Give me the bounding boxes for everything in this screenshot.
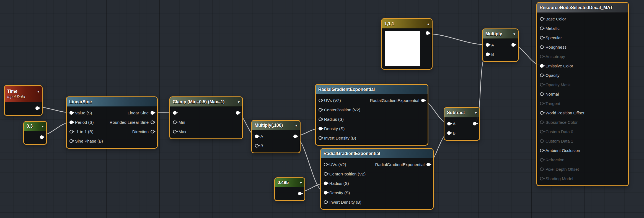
- chevron-down-icon[interactable]: ▾: [295, 123, 297, 128]
- node-subtitle: Input Data: [7, 94, 39, 99]
- node-header[interactable]: Time ▾ Input Data: [5, 86, 42, 102]
- pin-label: Custom Data 1: [545, 139, 573, 143]
- multiply-output-pin[interactable]: [293, 135, 297, 138]
- opacity-input-pin[interactable]: [540, 73, 544, 77]
- node-title: ResourceNodeSelectedDecal_MAT: [540, 5, 613, 10]
- node-constant-111[interactable]: 1,1,1 ▴: [381, 18, 433, 70]
- a-input-pin[interactable]: [255, 135, 258, 138]
- node-constant-0-495[interactable]: 0.495 ▾: [274, 177, 305, 201]
- roughness-input-pin[interactable]: [540, 45, 544, 49]
- node-header[interactable]: Subtract ▾: [444, 108, 479, 117]
- color-preview-swatch[interactable]: [385, 31, 420, 66]
- b-input-pin[interactable]: [255, 144, 258, 148]
- linear-sine-output-pin[interactable]: [151, 111, 154, 115]
- max-input-pin[interactable]: [173, 130, 177, 133]
- chevron-down-icon[interactable]: ▾: [37, 89, 39, 94]
- b-input-pin[interactable]: [486, 52, 489, 56]
- node-multiply-100[interactable]: Multiply(,100) ▾ A B: [251, 120, 301, 153]
- time-output-pin[interactable]: [35, 106, 39, 110]
- constant-output-pin[interactable]: [40, 135, 43, 139]
- radius-input-pin[interactable]: [319, 117, 322, 121]
- value-input-pin[interactable]: [69, 111, 73, 115]
- constant-output-pin[interactable]: [298, 192, 302, 195]
- node-header[interactable]: ResourceNodeSelectedDecal_MAT: [537, 3, 628, 13]
- a-input-pin[interactable]: [447, 122, 451, 125]
- node-header[interactable]: 0.3 ▾: [24, 122, 46, 131]
- pin-row: B: [483, 49, 518, 59]
- pin-label: Opacity Mask: [545, 82, 571, 87]
- node-title: RadialGradientExponential: [324, 151, 380, 156]
- graph-canvas[interactable]: Time ▾ Input Data 0.3 ▾ LinearSine: [0, 0, 644, 218]
- node-header[interactable]: RadialGradientExponential: [321, 149, 433, 158]
- chevron-down-icon[interactable]: ▾: [475, 111, 477, 115]
- chevron-down-icon[interactable]: ▾: [513, 32, 515, 36]
- invert-density-input-pin[interactable]: [319, 136, 322, 140]
- node-header[interactable]: Multiply(,100) ▾: [252, 121, 300, 130]
- sine-phase-input-pin[interactable]: [69, 139, 73, 143]
- constant-output-pin[interactable]: [426, 31, 429, 35]
- min-input-pin[interactable]: [173, 120, 177, 124]
- node-constant-0-3[interactable]: 0.3 ▾: [23, 121, 47, 145]
- minus1-to-1-input-pin[interactable]: [69, 130, 73, 133]
- chevron-down-icon[interactable]: ▾: [238, 100, 240, 104]
- normal-input-pin[interactable]: [540, 92, 544, 96]
- a-input-pin[interactable]: [486, 43, 489, 47]
- pin-label: World Position Offset: [545, 111, 584, 115]
- chevron-up-icon[interactable]: ▴: [427, 22, 429, 26]
- node-header[interactable]: Multiply ▾: [483, 29, 518, 39]
- pin-label: Normal: [545, 92, 559, 96]
- node-clamp[interactable]: Clamp (Min=0.5) (Max=1) ▾ Min Max: [169, 96, 243, 139]
- pin-row: Custom Data 0: [537, 127, 628, 136]
- chevron-down-icon[interactable]: ▾: [42, 124, 44, 128]
- b-input-pin[interactable]: [447, 131, 451, 135]
- emissive-color-input-pin[interactable]: [540, 64, 544, 68]
- pin-label: Sine Phase (B): [75, 139, 103, 143]
- world-position-offset-input-pin[interactable]: [540, 111, 544, 115]
- base-color-input-pin[interactable]: [540, 17, 544, 21]
- density-input-pin[interactable]: [324, 191, 327, 195]
- node-radial-gradient-top[interactable]: RadialGradientExponential UVs (V2) Radia…: [315, 84, 428, 146]
- pin-row: Min: [170, 117, 242, 127]
- node-radial-gradient-bottom[interactable]: RadialGradientExponential UVs (V2) Radia…: [320, 148, 434, 210]
- invert-density-input-pin[interactable]: [324, 200, 327, 204]
- custom-data-0-input-pin: [540, 130, 544, 133]
- density-input-pin[interactable]: [319, 127, 322, 130]
- node-subtract[interactable]: Subtract ▾ A B: [444, 107, 480, 141]
- center-position-input-pin[interactable]: [324, 172, 327, 176]
- uvs-input-pin[interactable]: [319, 99, 322, 102]
- node-multiply[interactable]: Multiply ▾ A B: [482, 28, 519, 62]
- ambient-occlusion-input-pin[interactable]: [540, 149, 544, 152]
- center-position-input-pin[interactable]: [319, 108, 322, 112]
- pin-label: A: [260, 134, 263, 139]
- node-header[interactable]: LinearSine: [67, 97, 157, 107]
- uvs-input-pin[interactable]: [324, 163, 327, 166]
- pin-row: B: [444, 128, 479, 138]
- metallic-input-pin[interactable]: [540, 27, 544, 30]
- radius-input-pin[interactable]: [324, 182, 327, 185]
- clamp-output-pin[interactable]: [236, 111, 239, 115]
- period-input-pin[interactable]: [69, 120, 73, 124]
- pin-label: Specular: [545, 35, 562, 40]
- node-time[interactable]: Time ▾ Input Data: [4, 85, 43, 116]
- wire[interactable]: [426, 34, 487, 45]
- clamp-input-pin[interactable]: [173, 111, 177, 115]
- custom-data-1-input-pin: [540, 139, 544, 143]
- node-linearsine[interactable]: LinearSine Value (S) Linear Sine Period …: [66, 96, 158, 149]
- node-header[interactable]: 0.495 ▾: [275, 178, 304, 187]
- pin-row: A: [483, 40, 518, 49]
- node-header[interactable]: RadialGradientExponential: [316, 85, 428, 94]
- specular-input-pin[interactable]: [540, 36, 544, 40]
- rounded-linear-sine-output-pin[interactable]: [151, 120, 154, 124]
- node-header[interactable]: 1,1,1 ▴: [382, 19, 432, 28]
- node-title: 0.3: [27, 124, 33, 129]
- multiply-output-pin[interactable]: [511, 43, 515, 47]
- pin-label: Linear Sine: [128, 111, 149, 115]
- node-material-result[interactable]: ResourceNodeSelectedDecal_MAT Base Color…: [536, 2, 629, 186]
- node-header[interactable]: Clamp (Min=0.5) (Max=1) ▾: [170, 97, 242, 107]
- radial-gradient-output-pin[interactable]: [421, 99, 425, 102]
- subtract-output-pin[interactable]: [473, 122, 477, 125]
- radial-gradient-output-pin[interactable]: [426, 163, 430, 166]
- chevron-down-icon[interactable]: ▾: [300, 180, 302, 185]
- direction-output-pin[interactable]: [151, 130, 154, 133]
- pin-label: A: [453, 121, 456, 126]
